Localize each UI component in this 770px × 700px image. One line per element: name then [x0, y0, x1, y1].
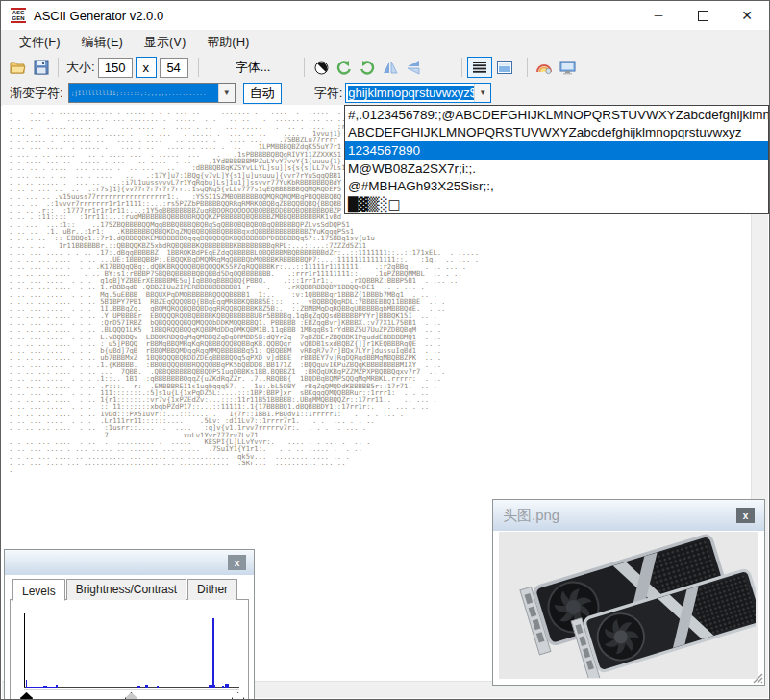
image-panel: 头图.png x	[492, 499, 765, 686]
invert-contrast-button[interactable]	[310, 57, 333, 78]
text-view-button[interactable]	[467, 57, 492, 78]
histogram-bar	[225, 684, 229, 688]
maximize-button[interactable]	[681, 1, 725, 30]
levels-tabs: LevelsBrightness/ContrastDither	[12, 579, 254, 600]
rotate-cw-icon	[360, 60, 375, 75]
menu-item-0[interactable]: 文件(F)	[9, 30, 71, 54]
monitor-icon	[559, 61, 576, 75]
image-view-icon	[497, 61, 512, 74]
title-bar[interactable]: ASC GEN ASCII Generator v2.0.0 ─ ✕	[1, 1, 769, 30]
rotate-ccw-icon	[336, 60, 352, 75]
histogram-bar	[27, 687, 56, 688]
levels-close-button[interactable]: x	[228, 555, 246, 570]
flip-vertical-icon	[407, 60, 420, 75]
color-mode-button[interactable]	[533, 57, 556, 78]
character-toolbar: 渐变字符: ;jIllllllllIi;::::::,:,,,,,,......…	[1, 81, 769, 106]
chevron-down-icon[interactable]: ▼	[474, 84, 490, 102]
histogram-axis	[24, 613, 25, 688]
shadow-handle[interactable]	[20, 692, 33, 700]
levels-panel: x LevelsBrightness/ContrastDither	[4, 549, 255, 700]
app-icon: ASC GEN	[9, 7, 28, 24]
image-panel-titlebar[interactable]: 头图.png x	[493, 500, 764, 531]
lock-ratio-button[interactable]: x	[136, 57, 157, 78]
image-preview	[499, 532, 758, 679]
minimize-button[interactable]: ─	[636, 1, 681, 30]
charset-combobox[interactable]: ghijklmnopqrstuvwxyz$ ▼	[345, 83, 491, 103]
tab-dither[interactable]: Dither	[187, 579, 237, 600]
charset-option-0[interactable]: #,.0123456789:;@ABCDEFGHIJKLMNOPQRSTUVWX…	[345, 106, 768, 124]
folder-open-icon	[10, 61, 27, 74]
histogram-bar	[43, 686, 47, 688]
size-label: 大小:	[66, 59, 95, 76]
highlight-handle[interactable]	[232, 692, 244, 700]
gradient-chars-combobox[interactable]: ;jIllllllllIi;::::::,:,,,,,,........... …	[68, 83, 236, 103]
gpu-image	[502, 534, 756, 678]
charset-label: 字符:	[314, 85, 343, 102]
charset-option-2[interactable]: 1234567890	[345, 141, 768, 160]
levels-tab-page	[10, 599, 249, 700]
histogram-bar	[145, 685, 148, 688]
menu-item-3[interactable]: 帮助(H)	[196, 30, 260, 54]
maximize-icon	[698, 11, 708, 21]
charset-option-3[interactable]: M@WB08Za2SX7r;i:;.	[345, 160, 768, 178]
gradient-chars-value: ;jIllllllllIi;::::::,:,,,,,,...........	[69, 84, 218, 102]
flip-vertical-button[interactable]	[402, 57, 425, 78]
window-title: ASCII Generator v2.0.0	[34, 9, 163, 23]
tab-levels[interactable]: Levels	[12, 579, 65, 601]
height-input[interactable]: 54	[160, 58, 188, 78]
charset-option-4[interactable]: @#MBHAGh93X25Sisr;:,	[345, 177, 768, 195]
charset-option-1[interactable]: ABCDEFGHIJKLMNOPQRSTUVWXYZabcdefghijklmn…	[345, 124, 768, 142]
histogram-bar	[137, 686, 140, 688]
menu-item-2[interactable]: 显示(V)	[134, 30, 196, 54]
image-panel-close-button[interactable]: x	[736, 508, 755, 523]
auto-button[interactable]: 自动	[243, 83, 282, 104]
open-file-button[interactable]	[7, 57, 30, 78]
text-lines-icon	[473, 62, 486, 73]
histogram-bar	[212, 618, 214, 688]
width-input[interactable]: 150	[98, 58, 133, 78]
flip-horizontal-button[interactable]	[379, 57, 402, 78]
font-button[interactable]: 字体...	[227, 56, 280, 79]
menu-item-1[interactable]: 编辑(E)	[71, 30, 134, 54]
histogram	[24, 612, 239, 690]
charset-value: ghijklmnopqrstuvwxyz$	[346, 84, 474, 102]
save-button[interactable]	[30, 57, 53, 78]
gradient-chars-label: 渐变字符:	[10, 85, 63, 102]
charset-dropdown-list: #,.0123456789:;@ABCDEFGHIJKLMNOPQRSTUVWX…	[344, 105, 769, 214]
main-toolbar: 大小: 150 x 54 字体...	[1, 54, 769, 81]
rotate-ccw-button[interactable]	[333, 57, 356, 78]
menu-bar: 文件(F)编辑(E)显示(V)帮助(H)	[1, 30, 769, 54]
rotate-cw-button[interactable]	[356, 57, 379, 78]
contrast-icon	[314, 61, 329, 75]
image-view-button[interactable]	[492, 57, 517, 78]
flip-horizontal-icon	[383, 61, 398, 74]
levels-panel-titlebar[interactable]: x	[5, 550, 254, 575]
full-screen-button[interactable]	[556, 57, 579, 78]
histogram-bar	[56, 685, 58, 688]
rainbow-icon	[535, 61, 553, 75]
midtone-handle[interactable]	[125, 692, 137, 700]
histogram-bar	[222, 686, 224, 688]
resize-grip[interactable]	[751, 671, 763, 684]
close-button[interactable]: ✕	[725, 1, 769, 30]
levels-slider	[18, 692, 249, 700]
app-window: ASC GEN ASCII Generator v2.0.0 ─ ✕ 文件(F)…	[0, 0, 770, 700]
histogram-bar	[157, 686, 159, 688]
charset-option-5[interactable]: █▓▒░□	[345, 195, 768, 213]
tab-brightness-contrast[interactable]: Brightness/Contrast	[66, 579, 186, 600]
chevron-down-icon[interactable]: ▼	[218, 84, 235, 102]
floppy-disk-icon	[34, 60, 49, 75]
image-panel-title: 头图.png	[503, 507, 559, 525]
